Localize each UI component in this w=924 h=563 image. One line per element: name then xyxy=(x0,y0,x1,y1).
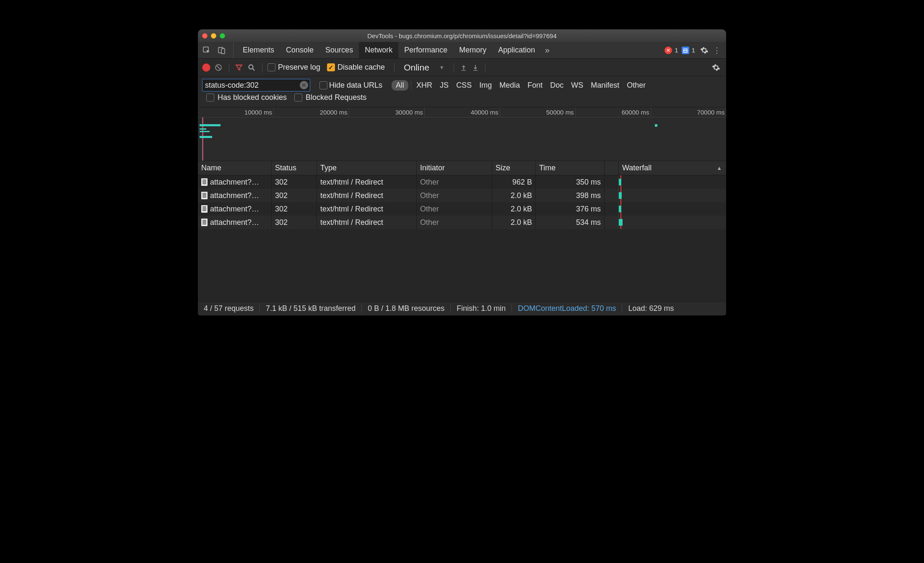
cell-size: 2.0 kB xyxy=(492,189,536,202)
overview-tick-label: 50000 ms xyxy=(546,109,576,116)
cell-size: 962 B xyxy=(492,175,536,189)
overview-tick: 40000 ms xyxy=(500,107,500,117)
timeline-overview[interactable]: 10000 ms20000 ms30000 ms40000 ms50000 ms… xyxy=(198,107,726,161)
cell-status: 302 xyxy=(272,175,317,189)
toolbar-divider xyxy=(394,63,395,72)
type-filter-manifest[interactable]: Manifest xyxy=(588,80,622,91)
panel-tab-application[interactable]: Application xyxy=(492,42,541,58)
cell-wf-gutter xyxy=(605,216,619,229)
issues-badge-icon[interactable]: ⊟ xyxy=(682,47,689,54)
type-filter-ws[interactable]: WS xyxy=(568,80,586,91)
panel-tab-memory[interactable]: Memory xyxy=(453,42,492,58)
svg-rect-5 xyxy=(462,70,466,71)
waterfall-bar xyxy=(619,179,621,185)
cell-initiator: Other xyxy=(417,202,492,216)
clear-filter-icon[interactable]: ✕ xyxy=(300,81,308,89)
tabs-overflow-button[interactable]: » xyxy=(541,42,553,58)
request-name: attachment?… xyxy=(210,178,259,187)
disable-cache-label: Disable cache xyxy=(337,63,385,72)
status-load: Load: 629 ms xyxy=(622,304,680,313)
type-filter-xhr[interactable]: XHR xyxy=(414,80,435,91)
hide-data-urls-checkbox[interactable] xyxy=(319,81,327,89)
status-requests: 4 / 57 requests xyxy=(204,304,260,313)
overview-graph xyxy=(198,117,726,161)
svg-point-4 xyxy=(249,65,253,69)
overview-bar xyxy=(200,124,221,126)
minimize-window-button[interactable] xyxy=(211,33,216,39)
column-header-waterfall[interactable]: Waterfall▲ xyxy=(619,161,725,175)
table-row[interactable]: attachment?…302text/html / RedirectOther… xyxy=(198,189,726,202)
table-row[interactable]: attachment?…302text/html / RedirectOther… xyxy=(198,202,726,216)
panel-tab-elements[interactable]: Elements xyxy=(237,42,280,58)
svg-rect-6 xyxy=(473,70,478,71)
filter-input-container: ✕ xyxy=(202,79,310,91)
table-row[interactable]: attachment?…302text/html / RedirectOther… xyxy=(198,216,726,229)
cell-wf-gutter xyxy=(605,202,619,216)
errors-count[interactable]: 1 xyxy=(674,47,680,54)
close-window-button[interactable] xyxy=(202,33,208,39)
table-row[interactable]: attachment?…302text/html / RedirectOther… xyxy=(198,175,726,189)
overview-tick: 20000 ms xyxy=(349,107,349,117)
cell-type: text/html / Redirect xyxy=(317,189,417,202)
type-filter-font[interactable]: Font xyxy=(525,80,545,91)
cell-wf-gutter xyxy=(605,189,619,202)
disable-cache-checkbox[interactable] xyxy=(327,63,335,71)
device-toolbar-icon[interactable] xyxy=(215,44,228,57)
error-badge-icon[interactable]: ✕ xyxy=(664,47,672,54)
waterfall-bar xyxy=(619,219,623,226)
overview-tick: 30000 ms xyxy=(424,107,425,117)
waterfall-bar xyxy=(619,206,621,212)
type-filter-doc[interactable]: Doc xyxy=(548,80,566,91)
chevron-down-icon: ▼ xyxy=(439,65,444,70)
preserve-log-checkbox[interactable] xyxy=(267,63,275,71)
panel-tab-network[interactable]: Network xyxy=(359,42,398,58)
blocked-requests-checkbox[interactable] xyxy=(294,94,302,102)
settings-gear-icon[interactable] xyxy=(698,44,710,56)
type-filter-js[interactable]: JS xyxy=(437,80,451,91)
devtools-window: DevTools - bugs.chromium.org/p/chromium/… xyxy=(198,29,726,315)
panel-tab-sources[interactable]: Sources xyxy=(319,42,359,58)
throttling-value: Online xyxy=(404,63,429,73)
cell-size: 2.0 kB xyxy=(492,202,536,216)
sort-caret-icon: ▲ xyxy=(716,165,722,171)
clear-button[interactable] xyxy=(213,63,224,72)
search-icon[interactable] xyxy=(246,64,257,71)
column-header-name[interactable]: Name xyxy=(198,161,272,175)
column-header-time[interactable]: Time xyxy=(536,161,605,175)
filter-input[interactable] xyxy=(205,81,298,90)
issues-count[interactable]: 1 xyxy=(691,47,697,54)
panel-tab-console[interactable]: Console xyxy=(280,42,319,58)
type-filter-chips: AllXHRJSCSSImgMediaFontDocWSManifestOthe… xyxy=(392,80,648,91)
blocked-cookies-label: Has blocked cookies xyxy=(218,93,287,102)
column-header-type[interactable]: Type xyxy=(317,161,417,175)
grid-header: NameStatusTypeInitiatorSizeTimeWaterfall… xyxy=(198,161,726,175)
type-filter-css[interactable]: CSS xyxy=(454,80,474,91)
column-header-size[interactable]: Size xyxy=(492,161,536,175)
type-filter-media[interactable]: Media xyxy=(497,80,522,91)
upload-har-icon[interactable] xyxy=(459,64,468,71)
more-menu-icon[interactable]: ⋮ xyxy=(712,46,722,55)
column-header-initiator[interactable]: Initiator xyxy=(417,161,492,175)
network-settings-gear-icon[interactable] xyxy=(710,62,722,73)
record-button[interactable] xyxy=(202,63,210,72)
download-har-icon[interactable] xyxy=(471,64,480,71)
cell-size: 2.0 kB xyxy=(492,216,536,229)
column-header-status[interactable]: Status xyxy=(272,161,317,175)
cell-type: text/html / Redirect xyxy=(317,202,417,216)
panel-tab-performance[interactable]: Performance xyxy=(398,42,453,58)
zoom-window-button[interactable] xyxy=(220,33,225,39)
throttling-select[interactable]: Online ▼ xyxy=(400,63,449,73)
cell-initiator: Other xyxy=(417,216,492,229)
type-filter-img[interactable]: Img xyxy=(477,80,494,91)
overview-bar xyxy=(200,131,210,132)
document-icon xyxy=(201,219,208,226)
request-name: attachment?… xyxy=(210,218,259,227)
column-header-wf-gutter xyxy=(605,161,619,175)
blocked-cookies-checkbox[interactable] xyxy=(206,94,214,102)
type-filter-other[interactable]: Other xyxy=(624,80,648,91)
filter-funnel-icon[interactable] xyxy=(234,64,244,71)
inspect-element-icon[interactable] xyxy=(200,44,213,57)
overview-tick-label: 40000 ms xyxy=(471,109,500,116)
chip-divider xyxy=(411,81,411,89)
type-filter-all[interactable]: All xyxy=(392,80,408,91)
